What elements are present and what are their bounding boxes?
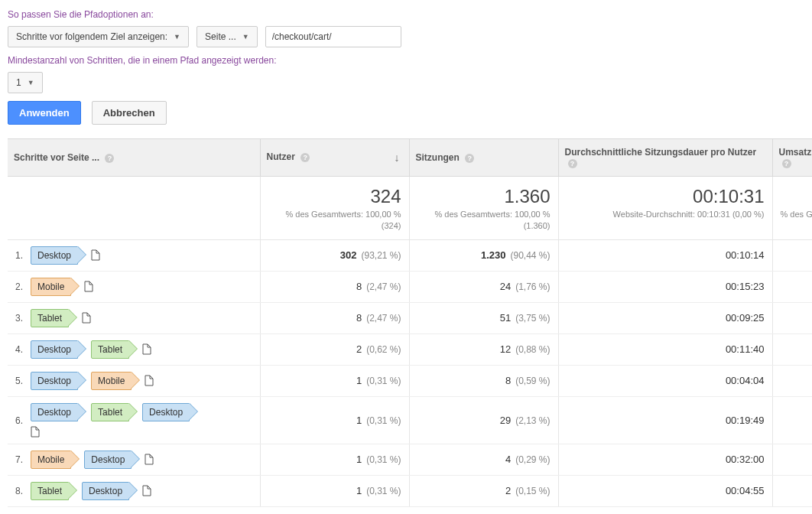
page-icon [145,375,154,386]
sessions-cell: 29(2,13 %) [409,396,558,444]
sessions-cell: 8(0,59 %) [409,365,558,396]
device-chip-desktop: Desktop [84,451,132,469]
col-header-revenue[interactable]: Umsatz ? [772,139,812,177]
device-chip-desktop: Desktop [31,403,78,421]
users-cell: 1(0,31 %) [260,444,409,475]
col-header-users[interactable]: Nutzer ? ↓ [260,139,409,177]
help-icon[interactable]: ? [300,153,310,162]
chevron-down-icon: ▼ [174,33,180,41]
row-index: 8. [15,486,26,496]
header-text: Schritte vor Seite ... [14,152,99,163]
row-index: 3. [15,313,26,324]
avg-duration-cell: 00:11:40 [558,333,772,365]
device-chip-mobile: Mobile [31,278,71,296]
dropdown-label: Seite ... [205,31,236,42]
device-chip-tablet: Tablet [31,482,69,500]
users-cell: 2(0,62 %) [260,333,409,365]
revenue-cell [772,396,812,444]
page-icon [82,312,91,324]
revenue-cell [772,302,812,333]
sessions-cell: 1.230(90,44 %) [409,239,558,271]
revenue-cell [772,239,812,271]
min-steps-label: Mindestanzahl von Schritten, die in eine… [8,55,804,66]
page-icon [142,343,151,355]
summary-revenue-sub: % des Gesar [781,209,813,220]
avg-duration-cell: 00:04:04 [558,365,772,396]
summary-row: 324 % des Gesamtwerts: 100,00 %(324) 1.3… [8,177,812,240]
col-header-steps[interactable]: Schritte vor Seite ... ? [8,139,260,177]
apply-button[interactable]: Anwenden [8,101,81,125]
avg-duration-cell: 00:10:14 [558,239,772,271]
steps-before-goal-dropdown[interactable]: Schritte vor folgendem Ziel anzeigen: ▼ [8,26,189,47]
help-icon[interactable]: ? [782,159,791,168]
row-index: 7. [15,454,26,465]
row-index: 1. [15,250,26,261]
revenue-cell [772,333,812,365]
row-index: 5. [15,376,26,386]
table-row[interactable]: 1.Desktop302(93,21 %)1.230(90,44 %)00:10… [8,239,812,271]
dropdown-label: Schritte vor folgendem Ziel anzeigen: [16,31,167,42]
sessions-cell: 12(0,88 %) [409,333,558,365]
users-cell: 1(0,31 %) [260,475,409,506]
sessions-cell: 51(3,75 %) [409,302,558,333]
header-text: Nutzer [267,151,295,162]
page-icon [84,281,93,292]
sessions-cell: 24(1,76 %) [409,271,558,302]
path-table: Schritte vor Seite ... ? Nutzer ? ↓ Sitz… [8,138,812,507]
summary-avg-value: 00:10:31 [567,186,765,207]
cancel-button[interactable]: Abbrechen [92,101,167,125]
summary-revenue-value [781,186,813,207]
col-header-avg-duration[interactable]: Durchschnittliche Sitzungsdauer pro Nutz… [558,139,772,177]
avg-duration-cell: 00:15:23 [558,271,772,302]
device-chip-tablet: Tablet [91,403,129,421]
device-chip-mobile: Mobile [31,451,71,469]
row-index: 6. [15,415,26,438]
help-icon[interactable]: ? [465,154,474,163]
users-cell: 1(0,31 %) [260,396,409,444]
help-icon[interactable]: ? [568,159,577,168]
page-icon [31,426,40,438]
summary-sessions-sub: % des Gesamtwerts: 100,00 %(1.360) [417,209,551,232]
page-icon [142,485,151,496]
revenue-cell [772,475,812,506]
chevron-down-icon: ▼ [242,33,249,41]
avg-duration-cell: 00:09:25 [558,302,772,333]
users-cell: 302(93,21 %) [260,239,409,271]
device-chip-mobile: Mobile [91,372,132,390]
table-row[interactable]: 2.Mobile8(2,47 %)24(1,76 %)00:15:23 [8,271,812,302]
header-text: Durchschnittliche Sitzungsdauer pro Nutz… [565,147,757,158]
device-chip-tablet: Tablet [31,309,69,327]
table-row[interactable]: 7.MobileDesktop1(0,31 %)4(0,29 %)00:32:0… [8,444,812,475]
path-input[interactable] [265,26,401,47]
revenue-cell [772,444,812,475]
header-text: Sitzungen [416,152,460,163]
summary-avg-sub: Website-Durchschnitt: 00:10:31 (0,00 %) [567,209,765,220]
sort-desc-icon[interactable]: ↓ [395,151,400,164]
col-header-sessions[interactable]: Sitzungen ? [409,139,558,177]
dropdown-value: 1 [16,77,21,88]
device-chip-desktop: Desktop [31,372,78,390]
path-options-label: So passen Sie die Pfadoptionen an: [8,9,804,20]
summary-users-value: 324 [268,186,401,207]
summary-users-sub: % des Gesamtwerts: 100,00 %(324) [268,209,401,232]
min-steps-dropdown[interactable]: 1 ▼ [8,72,43,93]
table-row[interactable]: 5.DesktopMobile1(0,31 %)8(0,59 %)00:04:0… [8,365,812,396]
page-icon [91,249,100,261]
device-chip-desktop: Desktop [31,246,78,265]
table-row[interactable]: 4.DesktopTablet2(0,62 %)12(0,88 %)00:11:… [8,333,812,365]
sessions-cell: 2(0,15 %) [409,475,558,506]
page-dropdown[interactable]: Seite ... ▼ [197,26,258,47]
device-chip-tablet: Tablet [91,340,129,359]
table-row[interactable]: 8.TabletDesktop1(0,31 %)2(0,15 %)00:04:5… [8,475,812,506]
device-chip-desktop: Desktop [82,482,129,500]
table-row[interactable]: 3.Tablet8(2,47 %)51(3,75 %)00:09:25 [8,302,812,333]
sessions-cell: 4(0,29 %) [409,444,558,475]
revenue-cell [772,365,812,396]
users-cell: 8(2,47 %) [260,271,409,302]
avg-duration-cell: 00:04:55 [558,475,772,506]
users-cell: 1(0,31 %) [260,365,409,396]
users-cell: 8(2,47 %) [260,302,409,333]
avg-duration-cell: 00:32:00 [558,444,772,475]
table-row[interactable]: 6.DesktopTabletDesktop1(0,31 %)29(2,13 %… [8,396,812,444]
help-icon[interactable]: ? [105,154,114,163]
